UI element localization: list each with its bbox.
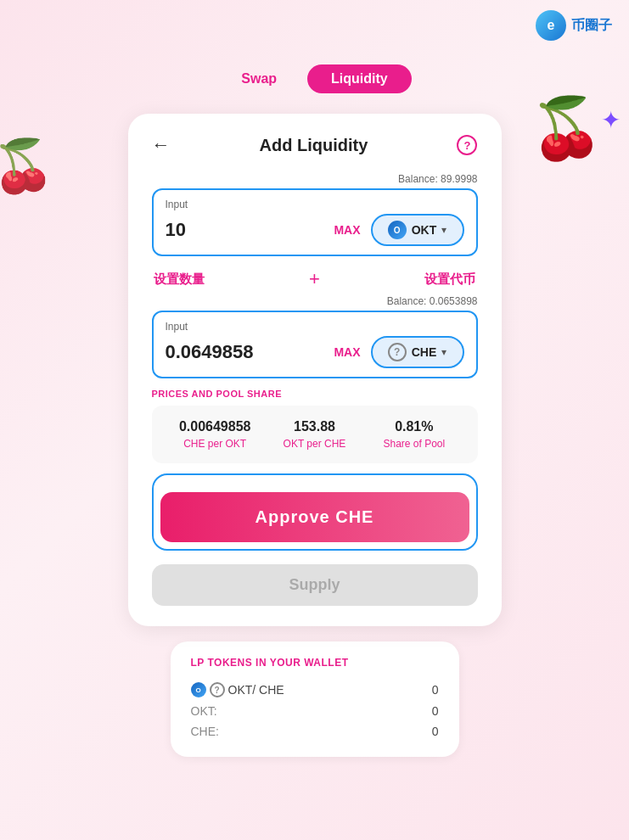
help-button[interactable]: ? — [457, 135, 477, 155]
balance-row-2: Balance: 0.0653898 — [152, 295, 478, 307]
sparkle-decoration: ✦ — [601, 106, 621, 134]
annotation-set-amount: 设置数量 — [154, 272, 205, 288]
max-button-2[interactable]: MAX — [334, 345, 360, 359]
lp-okt-label: OKT: — [191, 704, 217, 718]
input-value-2: 0.0649858 — [166, 341, 334, 363]
lp-che-row: CHE: 0 — [191, 721, 439, 742]
lp-okt-value: 0 — [432, 704, 439, 718]
input-label-1: Input — [166, 199, 464, 210]
logo-text: 币圈子 — [571, 17, 612, 35]
prices-section: PRICES AND POOL SHARE 0.00649858 CHE per… — [152, 389, 478, 463]
lp-okt-icon: O — [191, 682, 206, 697]
max-button-1[interactable]: MAX — [334, 223, 360, 237]
price-item-1: 0.00649858 CHE per OKT — [166, 419, 265, 450]
back-button[interactable]: ← — [152, 134, 171, 156]
price-unit-1: CHE per OKT — [166, 438, 265, 450]
token-name-2: CHE — [412, 345, 437, 359]
input-value-1: 10 — [166, 219, 334, 241]
token-arrow-2: ▾ — [441, 346, 446, 358]
che-icon: ? — [388, 343, 407, 361]
balance-label-2: Balance: 0.0653898 — [387, 295, 478, 307]
approve-button[interactable]: Approve CHE — [160, 492, 469, 542]
lp-pair-value: 0 — [432, 683, 439, 697]
lp-okt-row: OKT: 0 — [191, 701, 439, 721]
token-selector-2[interactable]: ? CHE ▾ — [371, 336, 464, 368]
input-label-2: Input — [166, 321, 464, 333]
lp-che-icon: ? — [210, 682, 225, 697]
token-arrow-1: ▾ — [441, 224, 446, 236]
balance-label-1: Balance: 89.9998 — [398, 173, 477, 185]
cherry-left-decoration: 🍒 — [0, 136, 55, 196]
plus-icon: + — [309, 270, 320, 288]
price-item-3: 0.81% Share of Pool — [364, 419, 463, 450]
card-title: Add Liquidity — [260, 136, 368, 155]
liquidity-tab[interactable]: Liquidity — [307, 64, 412, 93]
lp-title: LP TOKENS IN YOUR WALLET — [191, 657, 439, 669]
prices-label: PRICES AND POOL SHARE — [152, 389, 478, 399]
supply-button[interactable]: Supply — [152, 564, 478, 606]
prices-card: 0.00649858 CHE per OKT 153.88 OKT per CH… — [152, 406, 478, 463]
annotation-row: 设置数量 + 设置代币 — [152, 263, 478, 295]
input-section-1[interactable]: Input 10 MAX O OKT ▾ — [152, 188, 478, 256]
price-value-1: 0.00649858 — [166, 419, 265, 434]
price-item-2: 153.88 OKT per CHE — [265, 419, 364, 450]
lp-pair-name: OKT/ CHE — [228, 683, 284, 697]
balance-row-1: Balance: 89.9998 — [152, 173, 478, 185]
price-unit-3: Share of Pool — [364, 438, 463, 450]
lp-pair-row: O ? OKT/ CHE 0 — [191, 679, 439, 701]
input-row-1: 10 MAX O OKT ▾ — [166, 214, 464, 246]
swap-tab[interactable]: Swap — [217, 64, 300, 93]
nav-tabs: Swap Liquidity — [217, 51, 411, 114]
price-value-3: 0.81% — [364, 419, 463, 434]
lp-che-label: CHE: — [191, 725, 219, 738]
input-row-2: 0.0649858 MAX ? CHE ▾ — [166, 336, 464, 368]
token-selector-1[interactable]: O OKT ▾ — [371, 214, 464, 246]
price-unit-2: OKT per CHE — [265, 438, 364, 450]
input-section-2[interactable]: Input 0.0649858 MAX ? CHE ▾ — [152, 311, 478, 378]
logo: e 币圈子 — [536, 10, 612, 41]
main-card: ← Add Liquidity ? Balance: 89.9998 Input… — [128, 114, 502, 626]
annotation-set-token: 设置代币 — [424, 272, 475, 288]
logo-icon: e — [536, 10, 566, 41]
approve-wrapper: Approve CHE — [152, 473, 478, 551]
okt-icon: O — [388, 221, 407, 239]
cherry-right-decoration: 🍒 — [530, 93, 604, 163]
price-value-2: 153.88 — [265, 419, 364, 434]
token-name-1: OKT — [412, 223, 437, 237]
card-header: ← Add Liquidity ? — [152, 134, 478, 156]
lp-che-value: 0 — [432, 725, 439, 738]
lp-card: LP TOKENS IN YOUR WALLET O ? OKT/ CHE 0 … — [171, 641, 459, 757]
lp-pair-icons: O ? OKT/ CHE — [191, 682, 284, 697]
